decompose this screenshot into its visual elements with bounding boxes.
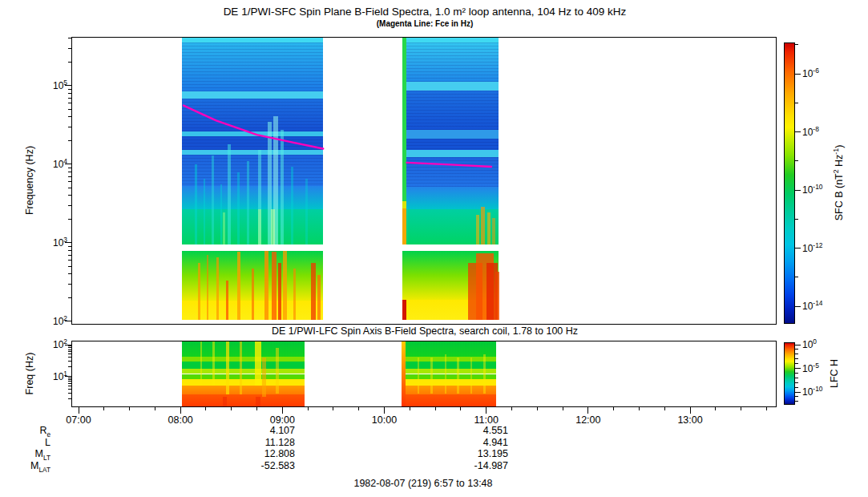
orbit-row-value: 13.195 <box>436 448 508 459</box>
orbit-row-value: 11.128 <box>223 437 295 448</box>
orbit-row-value: 12.808 <box>223 448 295 459</box>
orbit-row-value: 4.107 <box>223 425 295 436</box>
orbit-parameters-footer: ReLMLTMLAT4.10711.12812.808-52.5834.5514… <box>0 0 868 497</box>
orbit-row-value: 4.551 <box>436 425 508 436</box>
orbit-row-value: 4.941 <box>436 437 508 448</box>
spectrogram-figure: DE 1/PWI-SFC Spin Plane B-Field Spectra,… <box>0 0 868 497</box>
orbit-row-value: -52.583 <box>223 460 295 471</box>
date-range-label: 1982-08-07 (219) 6:57 to 13:48 <box>263 479 583 489</box>
orbit-row-label: MLT <box>6 448 50 459</box>
orbit-row-label: L <box>6 437 50 448</box>
orbit-row-label: MLAT <box>6 460 50 471</box>
orbit-row-label: Re <box>6 425 50 436</box>
orbit-row-value: -14.987 <box>436 460 508 471</box>
